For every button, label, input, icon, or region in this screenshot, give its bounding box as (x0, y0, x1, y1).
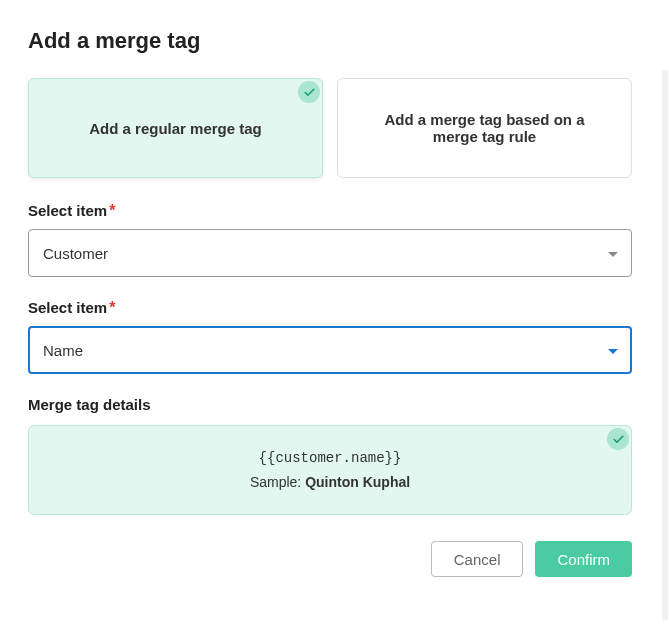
option-label: Add a regular merge tag (89, 120, 262, 137)
sample-line: Sample: Quinton Kuphal (45, 474, 615, 490)
option-cards: Add a regular merge tag Add a merge tag … (28, 78, 632, 178)
merge-tag-details-card: {{customer.name}} Sample: Quinton Kuphal (28, 425, 632, 515)
option-regular-merge-tag[interactable]: Add a regular merge tag (28, 78, 323, 178)
select-item-1[interactable]: Customer (28, 229, 632, 277)
details-label: Merge tag details (28, 396, 632, 413)
option-label: Add a merge tag based on a merge tag rul… (362, 111, 607, 145)
select-item-group-1: Select item* Customer (28, 202, 632, 277)
check-circle-icon (607, 428, 629, 450)
merge-tag-code: {{customer.name}} (45, 450, 615, 466)
cancel-button[interactable]: Cancel (431, 541, 524, 577)
sample-value: Quinton Kuphal (305, 474, 410, 490)
page-title: Add a merge tag (28, 28, 632, 54)
select-item-2[interactable]: Name (28, 326, 632, 374)
select-item-label-1: Select item (28, 202, 107, 219)
scrollbar[interactable] (662, 70, 668, 620)
add-merge-tag-modal: Add a merge tag Add a regular merge tag … (0, 0, 660, 630)
select-value: Name (43, 342, 83, 359)
option-rule-merge-tag[interactable]: Add a merge tag based on a merge tag rul… (337, 78, 632, 178)
required-asterisk-icon: * (109, 299, 115, 316)
select-item-label-2: Select item (28, 299, 107, 316)
select-item-group-2: Select item* Name (28, 299, 632, 374)
button-row: Cancel Confirm (28, 541, 632, 587)
check-circle-icon (298, 81, 320, 103)
sample-label: Sample: (250, 474, 305, 490)
select-value: Customer (43, 245, 108, 262)
required-asterisk-icon: * (109, 202, 115, 219)
confirm-button[interactable]: Confirm (535, 541, 632, 577)
